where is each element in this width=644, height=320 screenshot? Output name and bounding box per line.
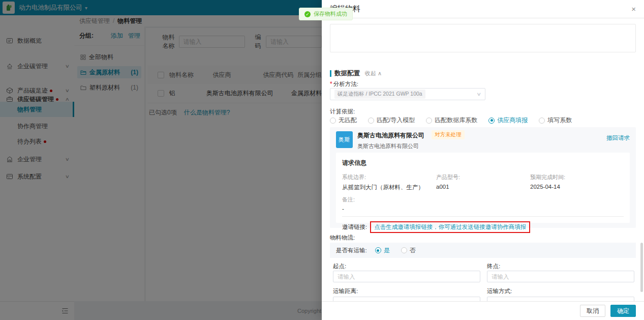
remark-value: - <box>342 206 624 212</box>
material-drawer: 编辑物料 × 数据配置 收起 ∧ *分析方法: 碳足迹指标 / IPCC 202… <box>322 0 644 320</box>
request-info-title: 请求信息 <box>342 159 624 167</box>
drawer-footer: 取消 确定 <box>322 301 644 320</box>
drawer-scrollbar[interactable] <box>640 243 643 292</box>
close-icon[interactable]: × <box>631 5 636 13</box>
destination-label: 终点: <box>487 263 500 270</box>
supplier-avatar: 奥斯 <box>336 131 353 148</box>
tutorial-highlight-box: 点击生成邀请填报链接，你可通过发送链接邀请协作商填报 <box>370 221 530 233</box>
radio-supplier-report[interactable]: 供应商填报 <box>488 116 528 125</box>
supplier-name: 奥斯古电池原料有限公司 <box>357 131 424 140</box>
section-accent-bar <box>330 70 331 77</box>
invite-link-row: 邀请链接: 点击生成邀请填报链接，你可通过发送链接邀请协作商填报 <box>342 221 624 233</box>
radio-match-import-model[interactable]: 匹配/导入模型 <box>368 116 415 125</box>
invite-label: 邀请链接: <box>342 223 367 231</box>
supplier-subtitle: 奥斯古电池原料有限公司 <box>357 142 419 150</box>
destination-input[interactable] <box>487 271 634 282</box>
status-badge: 对方未处理 <box>432 130 465 139</box>
calc-basis-radio-group: 无匹配 匹配/导入模型 匹配数据库系数 供应商填报 填写系数 <box>330 116 572 125</box>
success-toast: ✓ 保存物料成功 <box>299 8 353 20</box>
radio-match-db-factor[interactable]: 匹配数据库系数 <box>426 116 477 125</box>
distance-label: 运输距离: <box>333 287 358 295</box>
remark-label: 备注: <box>342 196 624 203</box>
cancel-button[interactable]: 取消 <box>580 305 605 317</box>
confirm-button[interactable]: 确定 <box>610 305 636 317</box>
drawer-header: 编辑物料 × <box>322 0 644 18</box>
required-asterisk: * <box>330 80 332 88</box>
divider <box>342 216 624 217</box>
transport-label: 是否有运输: <box>336 247 367 254</box>
toast-message: 保存物料成功 <box>314 10 347 18</box>
analysis-method-label: *分析方法: <box>330 80 358 88</box>
radio-no-match[interactable]: 无匹配 <box>330 116 357 125</box>
generate-invite-link[interactable]: 点击生成邀请填报链接，你可通过发送链接邀请协作商填报 <box>374 223 526 231</box>
transport-radio-row: 是否有运输: 是 否 <box>330 243 636 258</box>
origin-input[interactable] <box>333 271 480 282</box>
analysis-method-select[interactable]: 碳足迹指标 / IPCC 2021 GWP 100a ∨ <box>330 88 485 100</box>
calc-basis-label: 计算依据: <box>330 108 355 115</box>
field-expected-date: 预期完成时间: 2025-04-14 <box>530 173 622 191</box>
analysis-method-value: 碳足迹指标 / IPCC 2021 GWP 100a <box>334 90 425 99</box>
collapse-link[interactable]: 收起 ∧ <box>365 70 382 77</box>
drawer-top-panel <box>330 24 636 52</box>
request-info-card: 请求信息 系统边界: 从摇篮到大门（原材料、生产） 产品型号: a001 预期完… <box>336 153 630 223</box>
radio-transport-no[interactable]: 否 <box>401 246 416 255</box>
logistics-section-label: 物料物流: <box>330 234 355 242</box>
radio-fill-factor[interactable]: 填写系数 <box>539 116 572 125</box>
success-check-icon: ✓ <box>304 11 311 17</box>
field-product-model: 产品型号: a001 <box>436 173 530 191</box>
origin-label: 起点: <box>333 263 346 270</box>
chevron-down-icon: ∨ <box>477 92 482 97</box>
supplier-card: 奥斯 奥斯古电池原料有限公司 对方未处理 奥斯古电池原料有限公司 撤回请求 请求… <box>330 127 636 228</box>
withdraw-request-link[interactable]: 撤回请求 <box>606 134 630 142</box>
app-root: 动力电池制品有限公司 ▾ 数据概览 企业碳管理 ∨ 产品碳足迹 ∨ 供应链碳管理… <box>0 0 644 320</box>
data-config-section-title: 数据配置 收起 ∧ <box>330 69 382 78</box>
field-system-boundary: 系统边界: 从摇篮到大门（原材料、生产） <box>342 173 436 191</box>
radio-transport-yes[interactable]: 是 <box>375 246 390 255</box>
transport-mode-label: 运输方式: <box>487 287 512 295</box>
